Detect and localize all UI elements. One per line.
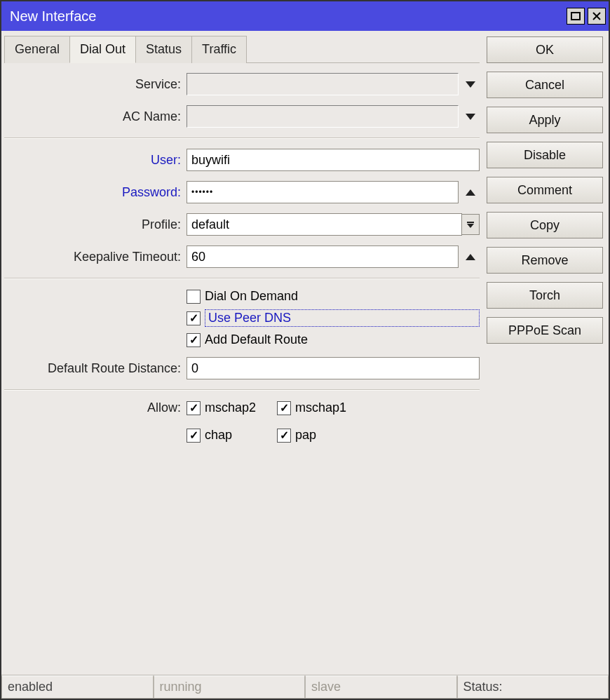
service-dropdown-button[interactable] [461, 75, 480, 93]
client-area: General Dial Out Status Traffic Service: [1, 31, 609, 699]
status-enabled: enabled [1, 675, 154, 699]
comment-button[interactable]: Comment [487, 177, 603, 203]
tab-traffic[interactable]: Traffic [191, 36, 247, 63]
torch-button[interactable]: Torch [487, 282, 603, 309]
keepalive-input[interactable] [187, 245, 459, 268]
window: New Interface General Dial Out Status Tr… [0, 0, 610, 700]
close-button[interactable] [588, 8, 606, 25]
separator [4, 137, 480, 139]
maximize-icon [571, 12, 581, 20]
dial-on-demand-checkbox[interactable] [187, 290, 201, 304]
ok-button[interactable]: OK [487, 36, 603, 63]
password-collapse-button[interactable] [461, 183, 480, 201]
status-label: Status: [457, 675, 609, 699]
allow-mschap2-label: mschap2 [205, 401, 256, 415]
remove-button[interactable]: Remove [487, 247, 603, 274]
titlebar-buttons [567, 8, 606, 25]
tabs: General Dial Out Status Traffic [4, 35, 480, 63]
password-label: Password: [4, 185, 187, 200]
action-panel: OK Cancel Apply Disable Comment Copy Rem… [480, 35, 603, 675]
chevron-up-icon [466, 189, 475, 196]
combo-down-icon [467, 222, 474, 228]
allow-pap-checkbox[interactable] [277, 429, 291, 443]
profile-dropdown-button[interactable] [461, 214, 480, 235]
status-running: running [154, 675, 306, 699]
close-icon [592, 12, 601, 20]
cancel-button[interactable]: Cancel [487, 72, 603, 98]
tab-dial-out[interactable]: Dial Out [69, 36, 136, 63]
keepalive-label: Keepalive Timeout: [4, 250, 187, 264]
dial-on-demand-label: Dial On Demand [205, 289, 298, 304]
tab-status[interactable]: Status [135, 36, 192, 63]
allow-chap-label: chap [205, 428, 232, 443]
separator [4, 389, 480, 391]
service-input[interactable] [187, 73, 459, 95]
default-route-distance-input[interactable] [187, 357, 480, 379]
titlebar[interactable]: New Interface [1, 1, 609, 31]
chevron-up-icon [466, 254, 475, 260]
use-peer-dns-label: Use Peer DNS [205, 309, 480, 327]
apply-button[interactable]: Apply [487, 107, 603, 133]
separator [4, 278, 480, 279]
pppoe-scan-button[interactable]: PPPoE Scan [487, 317, 603, 344]
profile-label: Profile: [4, 217, 187, 232]
add-default-route-label: Add Default Route [205, 332, 308, 347]
ac-name-dropdown-button[interactable] [461, 107, 480, 126]
user-label: User: [4, 153, 187, 168]
keepalive-collapse-button[interactable] [461, 248, 480, 266]
profile-input[interactable] [187, 213, 462, 236]
svg-rect-0 [571, 13, 580, 20]
chevron-down-icon [466, 114, 475, 120]
allow-pap-label: pap [295, 428, 316, 443]
password-input[interactable] [187, 181, 459, 203]
allow-mschap1-label: mschap1 [295, 401, 346, 415]
allow-chap-checkbox[interactable] [187, 429, 201, 443]
allow-mschap1-checkbox[interactable] [277, 401, 291, 415]
user-input[interactable] [187, 149, 480, 171]
status-slave: slave [305, 675, 457, 699]
ac-name-label: AC Name: [4, 109, 187, 124]
use-peer-dns-checkbox[interactable] [187, 311, 201, 325]
form-area: Service: AC Name: [4, 63, 480, 675]
add-default-route-checkbox[interactable] [187, 333, 201, 347]
ac-name-input[interactable] [187, 105, 459, 128]
default-route-distance-label: Default Route Distance: [4, 361, 187, 376]
service-label: Service: [4, 77, 187, 92]
maximize-button[interactable] [567, 8, 585, 25]
allow-mschap2-checkbox[interactable] [187, 401, 201, 415]
disable-button[interactable]: Disable [487, 142, 603, 168]
statusbar: enabled running slave Status: [1, 675, 609, 699]
tab-general[interactable]: General [4, 36, 70, 63]
allow-label: Allow: [4, 401, 187, 415]
chevron-down-icon [466, 81, 475, 88]
window-title: New Interface [10, 8, 96, 25]
copy-button[interactable]: Copy [487, 212, 603, 238]
